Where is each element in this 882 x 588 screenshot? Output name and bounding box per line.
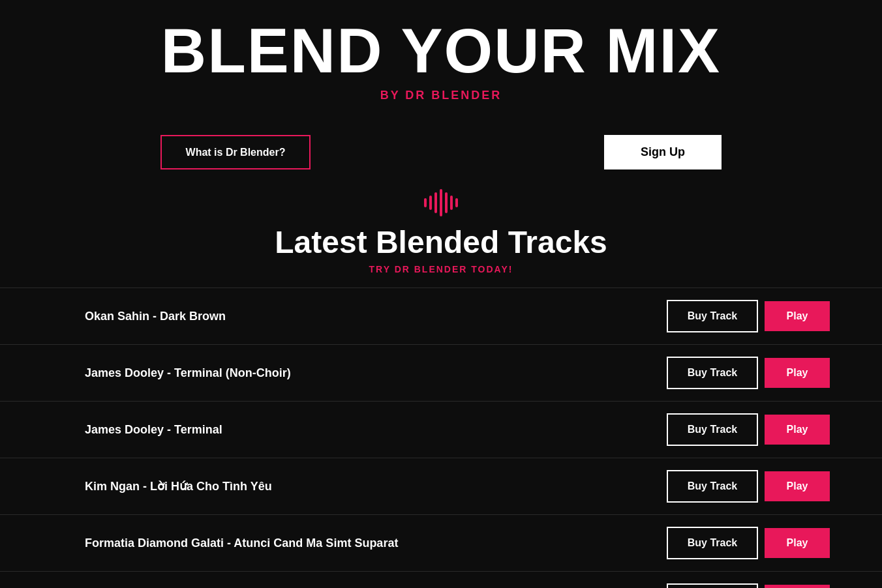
table-row: Kim Ngan - Lời Hứa Cho Tình YêuBuy Track… [0,458,882,514]
section-title: Latest Blended Tracks [0,224,882,260]
track-name: Formatia Diamond Galati - Atunci Cand Ma… [85,537,667,550]
track-actions: Buy TrackPlay [667,413,830,446]
buy-track-button[interactable]: Buy Track [667,413,758,446]
buy-track-button[interactable]: Buy Track [667,470,758,503]
section-subtitle: TRY DR BLENDER TODAY! [0,264,882,274]
play-track-button[interactable]: Play [765,585,830,588]
header-buttons: What is Dr Blender? Sign Up [0,135,882,169]
table-row: Okan Sahin - Dark BrownBuy TrackPlay [0,287,882,344]
play-track-button[interactable]: Play [765,471,830,501]
waveform-bar-7 [455,198,458,207]
track-actions: Buy TrackPlay [667,470,830,503]
play-track-button[interactable]: Play [765,415,830,445]
track-name: Kim Ngan - Lời Hứa Cho Tình Yêu [85,479,667,493]
waveform-bar-4 [440,189,442,216]
what-is-button[interactable]: What is Dr Blender? [160,135,311,169]
play-track-button[interactable]: Play [765,528,830,558]
waveform-icon [0,189,882,216]
header: BLEND YOUR MIX BY DR BLENDER [0,0,882,115]
waveform-bar-1 [424,198,427,207]
table-row: James Dooley - Terminal (Non-Choir)Buy T… [0,344,882,401]
track-actions: Buy TrackPlay [667,300,830,332]
track-list: Okan Sahin - Dark BrownBuy TrackPlayJame… [0,287,882,588]
play-track-button[interactable]: Play [765,358,830,388]
track-name: Okan Sahin - Dark Brown [85,310,667,323]
subtitle: BY DR BLENDER [0,89,882,102]
main-title: BLEND YOUR MIX [0,20,882,82]
track-actions: Buy TrackPlay [667,583,830,588]
waveform-bar-2 [429,196,432,210]
waveform-bar-6 [450,196,453,210]
table-row: Formatia Diamond Galati - Atunci Cand Ma… [0,514,882,571]
track-actions: Buy TrackPlay [667,357,830,389]
buy-track-button[interactable]: Buy Track [667,583,758,588]
waveform-bar-5 [445,192,448,213]
buy-track-button[interactable]: Buy Track [667,527,758,559]
track-actions: Buy TrackPlay [667,527,830,559]
table-row: James Dooley - TerminalBuy TrackPlay [0,401,882,458]
table-row: Poveri - Mamma MariaBuy TrackPlay [0,571,882,588]
buy-track-button[interactable]: Buy Track [667,357,758,389]
sign-up-button[interactable]: Sign Up [604,135,722,169]
track-name: James Dooley - Terminal (Non-Choir) [85,366,667,380]
track-name: James Dooley - Terminal [85,423,667,437]
waveform-bar-3 [434,192,437,213]
play-track-button[interactable]: Play [765,301,830,331]
buy-track-button[interactable]: Buy Track [667,300,758,332]
